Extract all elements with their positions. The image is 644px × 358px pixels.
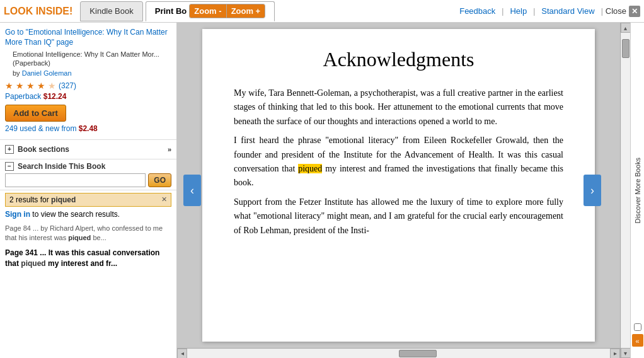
paragraph-1: My wife, Tara Bennett-Goleman, a psychot… (234, 86, 563, 129)
used-new-link[interactable]: 249 used & new from $2.48 (5, 124, 98, 133)
zoom-minus-button[interactable]: Zoom - (190, 4, 226, 18)
discover-more-panel: « Discover More Books « (630, 23, 644, 358)
vertical-scrollbar[interactable]: ▴ ▾ (620, 23, 630, 358)
sep2: | (533, 7, 535, 16)
feedback-link[interactable]: Feedback (456, 6, 499, 16)
sep3: | (601, 7, 603, 16)
double-arrow-icon: » (168, 146, 171, 153)
hscroll-left-arrow[interactable]: ◂ (177, 349, 187, 359)
price-value: $12.24 (43, 92, 67, 101)
collapse-icon: − (5, 162, 14, 171)
discover-more-label[interactable]: Discover More Books (634, 158, 641, 224)
vscroll-down-arrow[interactable]: ▾ (621, 348, 631, 358)
sep1: | (502, 7, 503, 16)
price-line: Paperback $12.24 (5, 92, 171, 101)
search-input[interactable] (5, 173, 146, 187)
expand-icon: + (5, 145, 14, 154)
result-item-1[interactable]: Page 84 ... by Richard Alpert, who confe… (5, 224, 171, 243)
star1: ★ (5, 81, 13, 91)
page-prev-button[interactable]: ‹ (183, 175, 201, 206)
vscroll-thumb[interactable] (622, 39, 630, 58)
star4: ★ (37, 81, 45, 91)
results-close-icon[interactable]: ✕ (161, 195, 167, 204)
hscroll-track[interactable] (187, 349, 610, 358)
used-new: 249 used & new from $2.48 (5, 124, 171, 133)
print-tab[interactable]: Print Bo Zoom - Zoom + (146, 1, 275, 21)
book-sections-header[interactable]: + Book sections » (0, 142, 176, 156)
standard-view-link[interactable]: Standard View (538, 6, 598, 16)
star5-half: ★ (48, 81, 56, 91)
star-rating: ★ ★ ★ ★ ★ (327) (5, 81, 171, 91)
vscroll-up-arrow[interactable]: ▴ (621, 23, 631, 33)
paragraph-3: Support from the Fetzer Institute has al… (234, 195, 563, 238)
book-title: Emotional Intelligence: Why It Can Matte… (5, 50, 171, 68)
search-go-button[interactable]: GO (148, 173, 171, 187)
hscroll-thumb[interactable] (399, 350, 437, 357)
review-count-link[interactable]: (327) (59, 81, 76, 90)
search-section-label[interactable]: − Search Inside This Book (5, 162, 171, 171)
help-link[interactable]: Help (506, 6, 531, 16)
vscroll-track[interactable] (621, 33, 630, 348)
sign-in-link[interactable]: Sign in (5, 210, 30, 219)
book-page-link[interactable]: Go to "Emotional Intelligence: Why It Ca… (5, 28, 171, 47)
chapter-title: Acknowledgments (234, 48, 563, 71)
discover-bottom-arrow[interactable]: « (632, 335, 643, 347)
results-keyword: piqued (51, 195, 76, 204)
hscroll-right-arrow[interactable]: ▸ (610, 349, 620, 359)
keyword-highlight: piqued (298, 164, 322, 173)
results-bar: 2 results for piqued ✕ (5, 193, 171, 207)
page-body: My wife, Tara Bennett-Goleman, a psychot… (234, 86, 563, 238)
star2: ★ (16, 81, 24, 91)
close-button[interactable]: Close ✕ (606, 6, 640, 17)
star3: ★ (26, 81, 35, 91)
discover-checkbox[interactable] (634, 323, 641, 331)
close-x-icon: ✕ (629, 6, 640, 17)
add-to-cart-button[interactable]: Add to Cart (5, 105, 66, 122)
paragraph-2: I first heard the phrase "emotional lite… (234, 134, 563, 190)
author-link[interactable]: Daniel Goleman (22, 69, 72, 77)
zoom-plus-button[interactable]: Zoom + (227, 4, 265, 18)
kindle-tab[interactable]: Kindle Book (80, 1, 142, 21)
look-inside-logo[interactable]: LOOK INSIDE! (4, 6, 72, 17)
book-author: by Daniel Goleman (5, 69, 171, 77)
horizontal-scrollbar[interactable]: ◂ ▸ (177, 348, 620, 358)
paperback-link[interactable]: Paperback (5, 92, 41, 101)
result-item-2[interactable]: Page 341 ... It was this casual conversa… (5, 248, 171, 269)
page-next-button[interactable]: › (584, 175, 601, 206)
sign-in-line: Sign in to view the search results. (5, 209, 171, 220)
